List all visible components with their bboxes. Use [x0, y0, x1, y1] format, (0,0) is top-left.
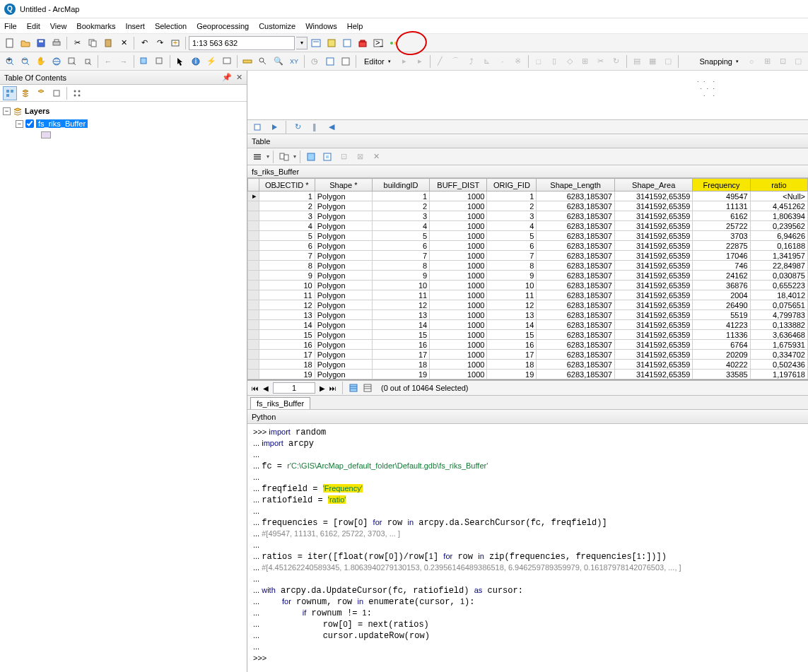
table-cell[interactable]: 6283,185307	[537, 350, 615, 360]
table-cell[interactable]: 6283,185307	[537, 221, 615, 231]
add-data-icon[interactable]: +	[168, 36, 182, 50]
table-tab[interactable]: fs_riks_Buffer	[250, 397, 310, 409]
table-cell[interactable]: 6283,185307	[537, 231, 615, 241]
cut-poly-icon[interactable]: ✂	[594, 54, 608, 69]
print-icon[interactable]	[49, 36, 64, 50]
clear-selection-icon[interactable]	[153, 54, 167, 69]
table-row[interactable]: 19Polygon191000196283,1853073141592,6535…	[248, 370, 808, 379]
table-cell[interactable]: 6283,185307	[537, 370, 615, 379]
table-cell[interactable]: Polygon	[315, 320, 372, 330]
menu-selection[interactable]: Selection	[155, 22, 187, 30]
table-cell[interactable]: Polygon	[315, 360, 372, 370]
table-cell[interactable]: 2	[259, 201, 315, 211]
table-cell[interactable]: 3141592,65359	[614, 320, 693, 330]
table-cell[interactable]: 8	[372, 261, 429, 271]
table-cell[interactable]: 18	[259, 360, 315, 370]
map-canvas[interactable]: · · · · · · · ·	[247, 71, 808, 120]
col-header[interactable]: buildingID	[372, 179, 429, 191]
table-cell[interactable]: 4,451262	[750, 201, 807, 211]
play-icon[interactable]	[267, 120, 281, 134]
table-cell[interactable]: 3141592,65359	[614, 281, 693, 290]
collapse-icon[interactable]: −	[16, 120, 23, 128]
col-header[interactable]: Shape_Length	[537, 179, 615, 191]
table-cell[interactable]: 6	[372, 241, 429, 251]
table-cell[interactable]: 3	[259, 211, 315, 221]
menu-file[interactable]: File	[4, 22, 17, 30]
zoom-out-icon[interactable]: −	[18, 54, 33, 69]
measure-icon[interactable]	[240, 54, 254, 69]
tree-layer-row[interactable]: − fs_riks_Buffer	[3, 117, 244, 130]
model-builder-icon[interactable]	[387, 36, 401, 50]
close-icon[interactable]: ✕	[236, 73, 242, 82]
table-cell[interactable]: 1000	[430, 281, 487, 290]
table-cell[interactable]: 33585	[693, 370, 750, 379]
next-extent-icon[interactable]: →	[117, 54, 131, 69]
table-options-icon[interactable]	[250, 150, 264, 164]
clear-selection-table-icon[interactable]: ⊠	[353, 150, 367, 164]
table-cell[interactable]: 8	[259, 261, 315, 271]
table-cell[interactable]: 22,84987	[750, 261, 807, 271]
delete-selected-icon[interactable]: ✕	[369, 150, 383, 164]
row-selector[interactable]	[248, 201, 259, 211]
table-row[interactable]: 16Polygon161000166283,1853073141592,6535…	[248, 340, 808, 350]
table-cell[interactable]: 3141592,65359	[614, 211, 693, 221]
table-row[interactable]: 13Polygon131000136283,1853073141592,6535…	[248, 310, 808, 320]
arc-segment-icon[interactable]: ⌒	[449, 54, 463, 69]
row-selector[interactable]	[248, 360, 259, 370]
table-cell[interactable]: 1000	[430, 201, 487, 211]
trace-icon[interactable]: ⤴	[464, 54, 479, 69]
options-icon[interactable]	[70, 86, 84, 100]
table-cell[interactable]: 20209	[693, 350, 750, 360]
table-cell[interactable]: Polygon	[315, 310, 372, 320]
table-cell[interactable]: 2	[487, 201, 537, 211]
table-cell[interactable]: 1000	[430, 211, 487, 221]
scale-input[interactable]	[189, 36, 295, 50]
table-cell[interactable]: Polygon	[315, 201, 372, 211]
table-grid[interactable]: OBJECTID * Shape * buildingID BUFF_DIST …	[247, 178, 808, 380]
table-cell[interactable]: Polygon	[315, 350, 372, 360]
table-cell[interactable]: 11336	[693, 330, 750, 340]
row-header-corner[interactable]	[248, 179, 259, 191]
table-cell[interactable]: 5	[372, 231, 429, 241]
table-row[interactable]: 15Polygon151000156283,1853073141592,6535…	[248, 330, 808, 340]
pin-icon[interactable]: 📌	[222, 73, 232, 82]
python-console[interactable]: >>> import random ... import arcpy ... .…	[247, 424, 808, 672]
table-cell[interactable]: <Null>	[750, 191, 807, 201]
table-cell[interactable]: 13	[259, 310, 315, 320]
table-cell[interactable]: 0,075651	[750, 300, 807, 310]
refresh-icon[interactable]: ↻	[291, 120, 305, 134]
create-features-icon[interactable]: ▢	[661, 54, 675, 69]
table-cell[interactable]: 6283,185307	[537, 241, 615, 251]
sketch-properties-icon[interactable]: ▦	[645, 54, 660, 69]
table-cell[interactable]: 4	[372, 221, 429, 231]
table-cell[interactable]: 5519	[693, 310, 750, 320]
col-header-highlighted[interactable]: ratio	[750, 179, 807, 191]
table-cell[interactable]: 10	[259, 281, 315, 290]
table-cell[interactable]: 3141592,65359	[614, 231, 693, 241]
table-cell[interactable]: 1000	[430, 330, 487, 340]
copy-icon[interactable]	[86, 36, 100, 50]
first-icon[interactable]	[250, 120, 264, 134]
table-cell[interactable]: 19	[259, 370, 315, 379]
toolbar-icon-1[interactable]	[324, 36, 339, 50]
reshape-icon[interactable]: ⊞	[578, 54, 592, 69]
table-cell[interactable]: 19	[372, 370, 429, 379]
find-icon[interactable]	[256, 54, 270, 69]
table-cell[interactable]: Polygon	[315, 330, 372, 340]
table-cell[interactable]: 36876	[693, 281, 750, 290]
nav-last-icon[interactable]: ⏭	[329, 384, 336, 392]
undo-icon[interactable]: ↶	[137, 36, 151, 50]
table-row[interactable]: 10Polygon101000106283,1853073141592,6535…	[248, 281, 808, 290]
related-tables-icon[interactable]	[277, 150, 291, 164]
table-cell[interactable]: 1000	[430, 221, 487, 231]
table-cell[interactable]: 6283,185307	[537, 360, 615, 370]
table-cell[interactable]: 3703	[693, 231, 750, 241]
table-cell[interactable]: 3141592,65359	[614, 300, 693, 310]
fixed-zoom-out-icon[interactable]	[81, 54, 95, 69]
table-cell[interactable]: 3141592,65359	[614, 251, 693, 261]
table-row[interactable]: 12Polygon121000126283,1853073141592,6535…	[248, 300, 808, 310]
table-cell[interactable]: Polygon	[315, 251, 372, 261]
scale-dropdown-icon[interactable]: ▾	[296, 37, 308, 49]
row-selector[interactable]	[248, 241, 259, 251]
table-cell[interactable]: 14	[487, 320, 537, 330]
